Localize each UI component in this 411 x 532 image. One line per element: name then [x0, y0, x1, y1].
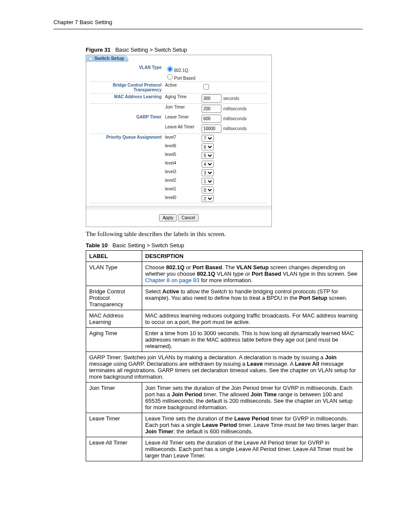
table-row: GARP Timer: Switches join VLANs by makin…: [86, 352, 363, 383]
table-label: Table 10: [86, 242, 108, 249]
table-cell-desc: Choose 802.1Q or Port Based. The VLAN Se…: [142, 262, 363, 286]
figure-caption: Figure 31 Basic Setting > Switch Setup: [86, 47, 363, 53]
pqa-level-name: level0: [165, 195, 202, 200]
pqa-level-select[interactable]: 5: [202, 152, 214, 159]
table-cell-label: Bridge Control Protocol Transparency: [86, 286, 142, 310]
table-caption: Table 10 Basic Setting > Switch Setup: [86, 242, 363, 249]
pqa-level-name: level6: [165, 143, 202, 148]
table-row: Leave All TimerLeave All Timer sets the …: [86, 437, 363, 461]
aging-time-text: Aging Time: [165, 94, 202, 99]
table-cell-desc: Select Active to allow the Switch to han…: [142, 286, 363, 310]
leave-timer-input[interactable]: [202, 115, 221, 123]
table-row: Join TimerJoin Timer sets the duration o…: [86, 383, 363, 413]
table-row: Bridge Control Protocol TransparencySele…: [86, 286, 363, 310]
garp-label: GARP Timer: [90, 115, 165, 119]
table-cell-label: VLAN Type: [86, 262, 142, 286]
bridge-label: Bridge Control Protocol Transparency: [90, 83, 165, 92]
join-timer-input[interactable]: [202, 105, 221, 113]
table-row: Leave TimerLeave Time sets the duration …: [86, 413, 363, 437]
table-cell-desc: MAC address learning reduces outgoing tr…: [142, 310, 363, 328]
pqa-level-name: level4: [165, 161, 202, 165]
mac-label: MAC Address Learning: [90, 94, 165, 99]
figure-label: Figure 31: [86, 47, 111, 53]
leaveall-timer-input[interactable]: [202, 124, 221, 133]
figure-title: Basic Setting > Switch Setup: [115, 47, 187, 53]
aging-time-unit: seconds: [223, 96, 239, 101]
pqa-level-select[interactable]: 2: [202, 195, 214, 202]
leaveall-timer-text: Leave All Timer: [165, 124, 202, 129]
vlan-portbased-radio[interactable]: [167, 74, 173, 80]
pqa-level-select[interactable]: 6: [202, 143, 214, 150]
table-title: Basic Setting > Switch Setup: [112, 242, 184, 249]
pqa-level-select[interactable]: 3: [202, 169, 214, 176]
pqa-level-select[interactable]: 7: [202, 135, 214, 142]
table-head-label: LABEL: [86, 251, 142, 262]
pqa-level-select[interactable]: 0: [202, 187, 214, 193]
table-cell-desc: Enter a time from 10 to 3000 seconds. Th…: [142, 328, 363, 352]
vlan-portbased-text: Port Based: [174, 76, 195, 81]
pqa-level-name: level1: [165, 187, 202, 191]
aging-time-input[interactable]: [202, 94, 221, 103]
leave-timer-unit: milliseconds: [223, 116, 246, 121]
table-cell-span: GARP Timer: Switches join VLANs by makin…: [86, 352, 363, 383]
table-head-desc: DESCRIPTION: [142, 251, 363, 262]
vlan-8021q-radio[interactable]: [167, 66, 173, 72]
pqa-level-name: level5: [165, 152, 202, 157]
pqa-label: Priority Queue Assignment: [90, 135, 165, 140]
chapter-header: Chapter 7 Basic Setting: [53, 19, 363, 29]
pqa-level-select[interactable]: 1: [202, 178, 214, 185]
join-timer-text: Join Timer: [165, 105, 202, 109]
bridge-active-text: Active: [165, 83, 202, 87]
bridge-active-checkbox[interactable]: [203, 84, 209, 90]
switch-setup-screenshot: Switch Setup VLAN Type 802.1Q Port Based…: [86, 55, 272, 227]
apply-button[interactable]: Apply: [159, 214, 177, 221]
table-cell-desc: Join Timer sets the duration of the Join…: [142, 383, 363, 413]
table-cell-desc: Leave Time sets the duration of the Leav…: [142, 413, 363, 437]
leaveall-timer-unit: milliseconds: [223, 126, 246, 131]
vlan-8021q-text: 802.1Q: [174, 68, 188, 73]
panel-tab: Switch Setup: [86, 55, 128, 62]
table-cell-label: Aging Time: [86, 328, 142, 352]
cancel-button[interactable]: Cancel: [178, 214, 198, 221]
table-cell-label: Join Timer: [86, 383, 142, 413]
join-timer-unit: milliseconds: [223, 106, 246, 111]
pqa-level-name: level3: [165, 169, 202, 174]
table-cell-label: Leave Timer: [86, 413, 142, 437]
table-cell-label: Leave All Timer: [86, 437, 142, 461]
table-cell-label: MAC Address Learning: [86, 310, 142, 328]
vlan-type-label: VLAN Type: [90, 65, 165, 70]
table-row: Aging TimeEnter a time from 10 to 3000 s…: [86, 328, 363, 352]
cross-ref-link[interactable]: Chapter 8 on page 83: [145, 277, 199, 283]
description-table: LABEL DESCRIPTION VLAN TypeChoose 802.1Q…: [86, 250, 363, 461]
leave-timer-text: Leave Timer: [165, 115, 202, 119]
pqa-level-name: level7: [165, 135, 202, 140]
pqa-level-name: level2: [165, 178, 202, 183]
pqa-level-select[interactable]: 4: [202, 161, 214, 168]
table-row: VLAN TypeChoose 802.1Q or Port Based. Th…: [86, 262, 363, 286]
table-row: MAC Address LearningMAC address learning…: [86, 310, 363, 328]
table-cell-desc: Leave All Timer sets the duration of the…: [142, 437, 363, 461]
intro-text: The following table describes the labels…: [86, 230, 363, 238]
